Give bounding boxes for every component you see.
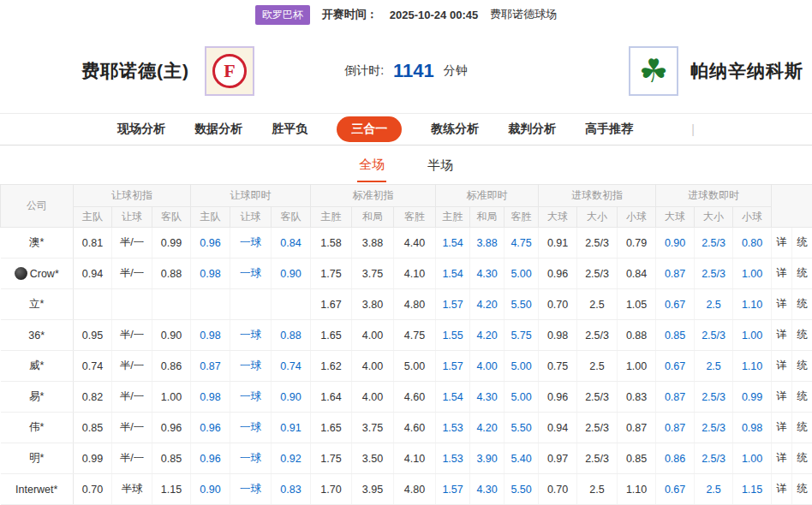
odds-cell: 0.96 (191, 413, 230, 443)
detail-link[interactable]: 详 (772, 474, 792, 505)
odds-cell: 1.54 (436, 258, 470, 289)
odds-cell (152, 289, 191, 320)
company-cell[interactable]: 澳* (1, 228, 74, 258)
home-team-logo-icon: F (205, 46, 254, 96)
odds-cell: 0.92 (272, 443, 311, 474)
tab-full-match[interactable]: 全场 (357, 147, 386, 182)
odds-cell: 一球 (230, 258, 272, 289)
stats-link[interactable]: 统 (792, 289, 812, 320)
odds-cell: 0.86 (656, 443, 695, 474)
stats-link[interactable]: 统 (792, 382, 812, 413)
detail-stat-header (772, 185, 812, 228)
company-cell[interactable]: 立* (1, 289, 74, 320)
odds-cell: 4.30 (470, 474, 505, 505)
stats-link[interactable]: 统 (792, 474, 812, 505)
odds-cell: 0.84 (618, 258, 656, 289)
detail-link[interactable]: 详 (772, 351, 792, 382)
odds-cell: 0.86 (152, 351, 191, 382)
away-team: ☘ 帕纳辛纳科斯 (516, 46, 812, 96)
detail-link[interactable]: 详 (772, 382, 792, 413)
company-cell[interactable]: 威* (1, 351, 74, 382)
detail-link[interactable]: 详 (772, 289, 792, 320)
company-name: 明* (29, 452, 44, 464)
odds-cell: 0.98 (733, 413, 772, 443)
detail-link[interactable]: 详 (772, 228, 792, 258)
odds-cell: 2.5 (577, 351, 618, 382)
detail-link[interactable]: 详 (772, 413, 792, 443)
detail-link[interactable]: 详 (772, 320, 792, 351)
company-cell[interactable]: 36* (1, 320, 74, 351)
odds-cell: 0.90 (191, 474, 230, 505)
odds-cell: 2.5 (695, 289, 733, 320)
stats-link[interactable]: 统 (792, 351, 812, 382)
odds-cell (272, 289, 311, 320)
nav-tab[interactable]: 高手推荐 (585, 122, 633, 137)
odds-cell: 0.70 (539, 289, 577, 320)
detail-link[interactable]: 详 (772, 443, 792, 474)
company-cell[interactable]: 易* (1, 382, 74, 413)
odds-cell: 0.96 (152, 413, 191, 443)
company-cell[interactable]: 伟* (1, 413, 74, 443)
company-name: 威* (29, 359, 44, 371)
countdown-unit: 分钟 (444, 63, 468, 79)
table-row: 威*0.74半/一0.860.87一球0.741.624.005.001.574… (1, 351, 812, 382)
odds-cell: 2.5/3 (695, 258, 733, 289)
col-header: 客胜 (394, 207, 436, 228)
company-header: 公司 (1, 185, 74, 228)
odds-cell: 3.50 (352, 443, 394, 474)
nav-tab[interactable]: 胜平负 (272, 122, 307, 137)
odds-cell: 0.91 (272, 413, 311, 443)
odds-cell: 0.82 (74, 382, 112, 413)
odds-cell: 0.99 (152, 228, 191, 258)
nav-tab[interactable]: 现场分析 (117, 122, 165, 137)
nav-tab[interactable]: 教练分析 (431, 122, 479, 137)
odds-cell: 半/一 (112, 382, 152, 413)
league-badge[interactable]: 欧罗巴杯 (255, 5, 310, 25)
odds-cell: 0.94 (539, 413, 577, 443)
nav-tab[interactable]: 裁判分析 (508, 122, 556, 137)
odds-cell: 5.50 (505, 474, 539, 505)
period-tabs: 全场 半场 (0, 146, 812, 184)
odds-cell: 0.75 (539, 351, 577, 382)
odds-cell: 4.20 (470, 320, 505, 351)
odds-cell: 2.5/3 (695, 443, 733, 474)
company-name: 伟* (29, 421, 44, 433)
main-nav: 现场分析数据分析胜平负三合一教练分析裁判分析高手推荐| (0, 113, 812, 146)
odds-cell: 3.88 (352, 228, 394, 258)
odds-cell: 0.87 (618, 413, 656, 443)
stats-link[interactable]: 统 (792, 413, 812, 443)
company-name: Crow* (30, 268, 59, 280)
odds-cell: 2.5/3 (695, 320, 733, 351)
odds-cell: 2.5 (577, 289, 618, 320)
odds-cell: 0.99 (733, 382, 772, 413)
stats-link[interactable]: 统 (792, 443, 812, 474)
col-header: 和局 (470, 207, 505, 228)
company-cell[interactable]: 明* (1, 443, 74, 474)
odds-cell: 4.30 (470, 258, 505, 289)
odds-cell: 0.85 (152, 443, 191, 474)
group-header-handicap-live: 让球即时 (191, 185, 311, 207)
stats-link[interactable]: 统 (792, 258, 812, 289)
stats-link[interactable]: 统 (792, 320, 812, 351)
detail-link[interactable]: 详 (772, 258, 792, 289)
col-header: 客队 (272, 207, 311, 228)
company-cell[interactable]: Crow* (1, 258, 74, 289)
odds-cell (230, 289, 272, 320)
odds-cell: 0.98 (191, 258, 230, 289)
company-cell[interactable]: Interwet* (1, 474, 74, 505)
tab-half-match[interactable]: 半场 (426, 148, 455, 181)
stats-link[interactable]: 统 (792, 228, 812, 258)
odds-cell: 一球 (230, 382, 272, 413)
odds-cell: 5.00 (505, 258, 539, 289)
odds-cell: 1.54 (436, 382, 470, 413)
nav-tab[interactable]: 数据分析 (194, 122, 242, 137)
nav-tab[interactable]: 三合一 (337, 116, 402, 142)
odds-cell: 0.87 (191, 351, 230, 382)
odds-cell: 1.53 (436, 413, 470, 443)
table-row: 明*0.99半/一0.850.96一球0.921.753.504.101.533… (1, 443, 812, 474)
company-name: 36* (28, 330, 45, 342)
odds-cell: 0.81 (74, 228, 112, 258)
odds-cell: 1.64 (311, 382, 352, 413)
odds-cell: 0.83 (272, 474, 311, 505)
odds-cell: 2.5/3 (695, 382, 733, 413)
